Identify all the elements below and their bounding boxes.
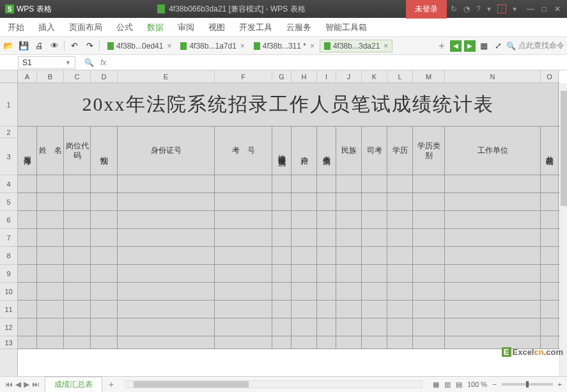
vertical-scrollbar[interactable] xyxy=(559,83,567,376)
fx-search-icon[interactable]: 🔍 xyxy=(84,58,94,67)
cell[interactable] xyxy=(64,247,91,264)
cell[interactable] xyxy=(91,247,118,264)
cell[interactable] xyxy=(272,336,291,349)
cell[interactable] xyxy=(118,175,215,192)
doc-tab[interactable]: 4f38b...1a7d1× xyxy=(176,40,248,52)
row-header-5[interactable]: 5 xyxy=(0,193,17,211)
menu-智能工具箱[interactable]: 智能工具箱 xyxy=(325,22,367,33)
row-header-9[interactable]: 9 xyxy=(0,265,17,283)
sheet-first-icon[interactable]: ⏮ xyxy=(5,380,13,389)
col-header-G[interactable]: G xyxy=(272,70,291,82)
zoom-slider[interactable] xyxy=(502,383,553,386)
cell[interactable] xyxy=(362,175,387,192)
sheet-tab-active[interactable]: 成绩汇总表 xyxy=(45,377,102,392)
cell[interactable] xyxy=(64,301,91,318)
cell[interactable] xyxy=(336,175,362,192)
cell[interactable] xyxy=(91,193,118,210)
cell[interactable] xyxy=(317,211,336,228)
header-cell[interactable]: 考 号 xyxy=(215,127,272,175)
cell[interactable] xyxy=(37,265,64,282)
cell[interactable] xyxy=(291,318,317,336)
save-icon[interactable]: 💾 xyxy=(18,40,29,52)
close-tab-icon[interactable]: × xyxy=(384,42,388,51)
cell[interactable] xyxy=(64,318,91,336)
cell[interactable] xyxy=(317,318,336,336)
cell[interactable] xyxy=(336,336,362,349)
cell[interactable] xyxy=(413,301,445,318)
col-header-O[interactable]: O xyxy=(541,70,559,82)
zoom-out-button[interactable]: − xyxy=(492,380,496,388)
cell[interactable] xyxy=(91,211,118,228)
cell[interactable] xyxy=(362,247,387,264)
cell[interactable] xyxy=(445,283,541,300)
cell[interactable] xyxy=(272,211,291,228)
cell[interactable] xyxy=(413,283,445,300)
cell[interactable] xyxy=(336,283,362,300)
cell[interactable] xyxy=(541,211,559,228)
cell[interactable] xyxy=(291,211,317,228)
menu-云服务[interactable]: 云服务 xyxy=(286,22,311,33)
cell[interactable] xyxy=(291,336,317,349)
col-header-F[interactable]: F xyxy=(215,70,272,82)
cell[interactable] xyxy=(91,265,118,282)
cell[interactable] xyxy=(291,247,317,264)
cell[interactable] xyxy=(37,175,64,192)
close-tab-icon[interactable]: × xyxy=(167,42,171,51)
cell[interactable] xyxy=(215,193,272,210)
cell[interactable] xyxy=(215,336,272,349)
col-header-A[interactable]: A xyxy=(18,70,37,82)
cell[interactable] xyxy=(37,193,64,210)
expand-icon[interactable]: ⤢ xyxy=(492,40,504,52)
cell[interactable] xyxy=(18,193,37,210)
header-cell[interactable]: 学历 xyxy=(387,127,413,175)
cell[interactable] xyxy=(541,301,559,318)
cell[interactable] xyxy=(272,229,291,246)
header-cell[interactable]: 身份证号 xyxy=(118,127,215,175)
cell[interactable] xyxy=(37,336,64,349)
menu-数据[interactable]: 数据 xyxy=(147,22,164,33)
horizontal-scrollbar[interactable] xyxy=(125,380,423,388)
cell[interactable] xyxy=(37,318,64,336)
cell[interactable] xyxy=(37,283,64,300)
row-header-13[interactable]: 13 xyxy=(0,336,17,349)
cell[interactable] xyxy=(413,247,445,264)
cell[interactable] xyxy=(118,265,215,282)
row-header-1[interactable]: 1 xyxy=(0,83,17,127)
cell[interactable] xyxy=(387,211,413,228)
cell[interactable] xyxy=(336,229,362,246)
cell[interactable] xyxy=(413,229,445,246)
row-header-7[interactable]: 7 xyxy=(0,229,17,247)
cell[interactable] xyxy=(413,318,445,336)
cell[interactable] xyxy=(18,247,37,264)
cloud-icon[interactable]: ◔ xyxy=(463,4,470,13)
view-break-icon[interactable]: ▤ xyxy=(456,380,462,389)
cell[interactable] xyxy=(118,318,215,336)
cell[interactable] xyxy=(215,301,272,318)
cell[interactable] xyxy=(18,229,37,246)
cell[interactable] xyxy=(445,175,541,192)
cell[interactable] xyxy=(387,193,413,210)
cell[interactable] xyxy=(272,193,291,210)
header-cell[interactable]: 岗位代码 xyxy=(64,127,91,175)
cell[interactable] xyxy=(291,265,317,282)
header-cell[interactable]: 姓 名 xyxy=(37,127,64,175)
cell[interactable] xyxy=(91,229,118,246)
cell[interactable] xyxy=(118,211,215,228)
cell[interactable] xyxy=(91,318,118,336)
cell[interactable] xyxy=(215,265,272,282)
sheet-next-icon[interactable]: ▶ xyxy=(24,380,29,389)
doc-tab[interactable]: 4f38b...0ed41× xyxy=(104,40,175,52)
cell[interactable] xyxy=(291,175,317,192)
cell[interactable] xyxy=(18,265,37,282)
cell[interactable] xyxy=(317,193,336,210)
cell[interactable] xyxy=(91,301,118,318)
col-header-L[interactable]: L xyxy=(387,70,413,82)
cell[interactable] xyxy=(541,175,559,192)
cell[interactable] xyxy=(362,301,387,318)
cell[interactable] xyxy=(64,265,91,282)
grid-icon[interactable]: ▦ xyxy=(478,40,490,52)
row-header-4[interactable]: 4 xyxy=(0,175,17,193)
cell[interactable] xyxy=(272,301,291,318)
row-header-12[interactable]: 12 xyxy=(0,318,17,336)
cell[interactable] xyxy=(118,193,215,210)
